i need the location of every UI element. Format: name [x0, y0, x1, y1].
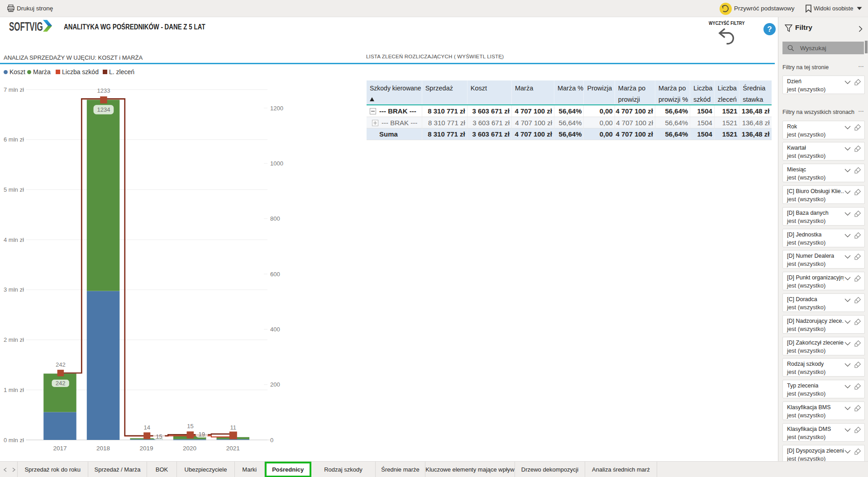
svg-text:2021: 2021: [226, 445, 240, 452]
svg-text:242: 242: [56, 380, 66, 387]
svg-text:400: 400: [270, 326, 280, 333]
svg-text:14: 14: [143, 424, 150, 431]
svg-text:11: 11: [230, 424, 237, 431]
svg-text:600: 600: [270, 271, 280, 278]
svg-text:1200: 1200: [270, 105, 283, 112]
svg-text:5 mln zł: 5 mln zł: [4, 186, 24, 193]
svg-text:3 mln zł: 3 mln zł: [4, 286, 24, 293]
svg-text:1000: 1000: [270, 160, 283, 167]
svg-text:2 mln zł: 2 mln zł: [4, 336, 24, 343]
svg-text:7 mln zł: 7 mln zł: [4, 86, 24, 93]
svg-text:0: 0: [270, 437, 273, 444]
svg-text:1 mln zł: 1 mln zł: [4, 387, 24, 393]
svg-text:242: 242: [56, 361, 66, 368]
svg-text:0 mln zł: 0 mln zł: [4, 437, 24, 444]
svg-text:2020: 2020: [183, 445, 196, 452]
svg-text:1234: 1234: [97, 106, 110, 113]
svg-text:800: 800: [270, 215, 280, 222]
svg-text:1233: 1233: [97, 87, 110, 94]
svg-text:15: 15: [156, 433, 162, 440]
svg-text:200: 200: [270, 381, 280, 388]
svg-text:6 mln zł: 6 mln zł: [4, 136, 24, 143]
svg-text:2019: 2019: [140, 445, 153, 452]
svg-text:2018: 2018: [96, 445, 110, 452]
svg-text:2017: 2017: [53, 445, 67, 452]
svg-text:19: 19: [199, 431, 205, 438]
svg-text:4 mln zł: 4 mln zł: [4, 236, 24, 243]
svg-text:15: 15: [187, 423, 193, 430]
